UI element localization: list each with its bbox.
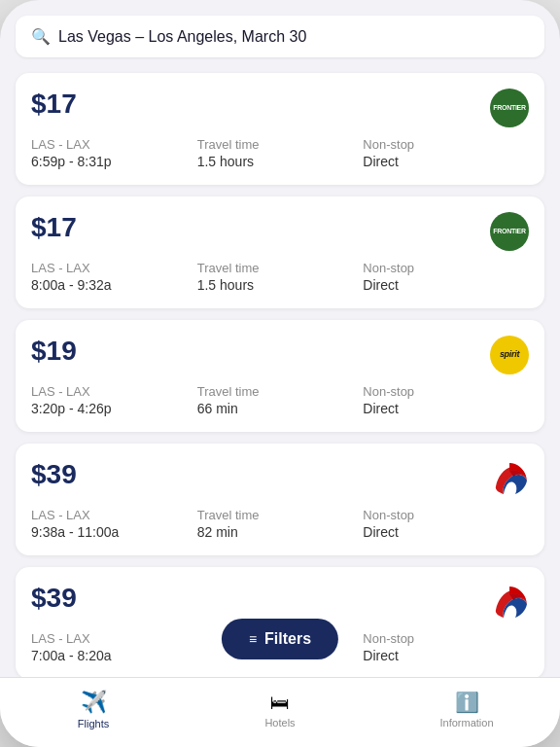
card-top: $17 FRONTIER — [31, 89, 529, 127]
stop-label: Non-stop — [363, 384, 529, 399]
flight-price: $39 — [31, 583, 77, 614]
stop-value: Direct — [363, 154, 529, 169]
search-query: Las Vegas – Los Angeles, March 30 — [58, 28, 306, 46]
travel-time-value: 1.5 hours — [197, 154, 364, 169]
airline-logo: FRONTIER — [490, 89, 529, 127]
airline-logo — [490, 583, 529, 622]
flights-list: $17 FRONTIER LAS - LAX 6:59p - 8:31p Tra… — [16, 73, 544, 677]
travel-time-label: Travel time — [197, 508, 364, 522]
stop-col: Non-stop Direct — [363, 508, 529, 540]
travel-time-label: Travel time — [197, 384, 364, 399]
stop-col: Non-stop Direct — [363, 384, 529, 416]
flights-nav-label: Flights — [78, 718, 109, 729]
flights-icon: ✈️ — [81, 690, 107, 715]
route-label: LAS - LAX — [31, 631, 197, 646]
filters-label: Filters — [264, 630, 311, 648]
flight-price: $19 — [31, 336, 77, 367]
route-label: LAS - LAX — [31, 384, 197, 399]
card-details: LAS - LAX 9:38a - 11:00a Travel time 82 … — [31, 508, 529, 540]
search-icon: 🔍 — [31, 27, 51, 46]
flight-price: $17 — [31, 212, 77, 243]
flight-times: 6:59p - 8:31p — [31, 154, 197, 169]
main-content: 🔍 Las Vegas – Los Angeles, March 30 $17 … — [0, 0, 560, 677]
route-col: LAS - LAX 3:20p - 4:26p — [31, 384, 197, 416]
airline-logo — [490, 459, 529, 498]
stop-value: Direct — [363, 277, 529, 293]
route-col: LAS - LAX 7:00a - 8:20a — [31, 631, 197, 663]
hotels-icon: 🛏 — [270, 692, 290, 714]
info-icon: ℹ️ — [455, 691, 479, 714]
card-details: LAS - LAX 8:00a - 9:32a Travel time 1.5 … — [31, 261, 529, 293]
flight-card[interactable]: $39 LAS - LAX 9:38a - 11:00a — [16, 444, 544, 555]
travel-time-label: Travel time — [197, 261, 364, 275]
card-top: $39 — [31, 583, 529, 622]
nav-hotels[interactable]: 🛏 Hotels — [187, 692, 373, 729]
stop-col: Non-stop Direct — [363, 631, 529, 663]
search-bar[interactable]: 🔍 Las Vegas – Los Angeles, March 30 — [16, 16, 544, 57]
stop-label: Non-stop — [363, 508, 529, 522]
flight-times: 3:20p - 4:26p — [31, 401, 197, 416]
travel-time-value: 1.5 hours — [197, 277, 364, 293]
route-col: LAS - LAX 8:00a - 9:32a — [31, 261, 197, 293]
stop-col: Non-stop Direct — [363, 137, 529, 169]
card-top: $19 spirit — [31, 336, 529, 374]
stop-label: Non-stop — [363, 631, 529, 646]
flight-card[interactable]: $19 spirit LAS - LAX 3:20p - 4:26p Trave… — [16, 320, 544, 432]
flight-price: $17 — [31, 89, 77, 120]
route-label: LAS - LAX — [31, 137, 197, 152]
flight-times: 9:38a - 11:00a — [31, 524, 197, 540]
phone-frame: 🔍 Las Vegas – Los Angeles, March 30 $17 … — [0, 0, 560, 747]
travel-time-col: Travel time 1.5 hours — [197, 261, 364, 293]
route-col: LAS - LAX 6:59p - 8:31p — [31, 137, 197, 169]
info-nav-label: Information — [439, 717, 493, 729]
filters-icon: ≡ — [249, 631, 257, 647]
travel-time-col: Travel time 1.5 hours — [197, 137, 364, 169]
card-top: $17 FRONTIER — [31, 212, 529, 251]
card-details: LAS - LAX 3:20p - 4:26p Travel time 66 m… — [31, 384, 529, 416]
filters-button[interactable]: ≡ Filters — [222, 619, 338, 659]
travel-time-col: Travel time 66 min — [197, 384, 364, 416]
flight-card[interactable]: $17 FRONTIER LAS - LAX 6:59p - 8:31p Tra… — [16, 73, 544, 185]
flight-times: 8:00a - 9:32a — [31, 277, 197, 293]
stop-value: Direct — [363, 524, 529, 540]
stop-label: Non-stop — [363, 261, 529, 275]
flight-card[interactable]: $17 FRONTIER LAS - LAX 8:00a - 9:32a Tra… — [16, 196, 544, 308]
travel-time-value: 66 min — [197, 401, 364, 416]
route-label: LAS - LAX — [31, 508, 197, 522]
flight-times: 7:00a - 8:20a — [31, 648, 197, 663]
route-col: LAS - LAX 9:38a - 11:00a — [31, 508, 197, 540]
airline-logo: spirit — [490, 336, 529, 374]
stop-label: Non-stop — [363, 137, 529, 152]
card-details: LAS - LAX 6:59p - 8:31p Travel time 1.5 … — [31, 137, 529, 169]
stop-value: Direct — [363, 648, 529, 663]
stop-value: Direct — [363, 401, 529, 416]
airline-logo: FRONTIER — [490, 212, 529, 251]
card-top: $39 — [31, 459, 529, 498]
flight-price: $39 — [31, 459, 77, 490]
travel-time-col: Travel time 82 min — [197, 508, 364, 540]
bottom-nav: ✈️ Flights 🛏 Hotels ℹ️ Information — [0, 677, 560, 747]
hotels-nav-label: Hotels — [264, 717, 295, 729]
nav-flights[interactable]: ✈️ Flights — [0, 690, 187, 729]
stop-col: Non-stop Direct — [363, 261, 529, 293]
travel-time-value: 82 min — [197, 524, 364, 540]
travel-time-label: Travel time — [197, 137, 364, 152]
route-label: LAS - LAX — [31, 261, 197, 275]
nav-information[interactable]: ℹ️ Information — [373, 691, 560, 729]
